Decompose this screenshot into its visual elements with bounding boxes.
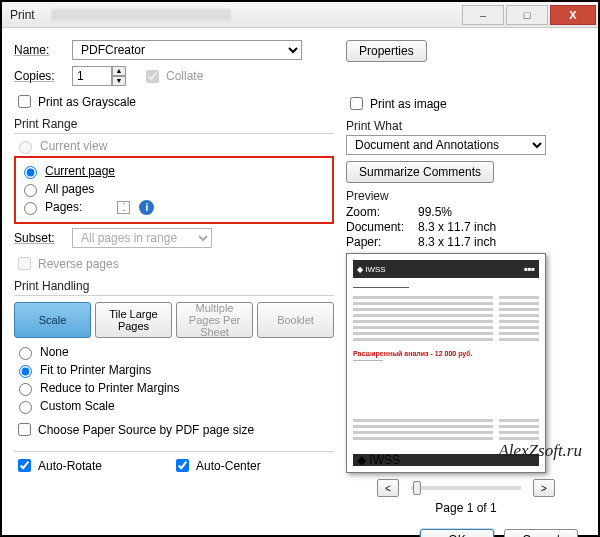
copies-input[interactable]	[72, 66, 112, 86]
auto-rotate-checkbox[interactable]: Auto-Rotate	[14, 456, 102, 475]
print-dialog: Print – □ X Name: PDFCreator Copies	[0, 0, 600, 537]
preview-doc-title: ———————	[353, 282, 539, 291]
paper-size-label: Paper:	[346, 235, 418, 249]
titlebar: Print – □ X	[2, 2, 598, 28]
summarize-comments-button[interactable]: Summarize Comments	[346, 161, 494, 183]
preview-label: Preview	[346, 189, 586, 203]
copies-up-icon[interactable]: ▲	[112, 66, 126, 76]
document-title-blurred	[51, 9, 231, 21]
preview-next-button[interactable]: >	[533, 479, 555, 497]
print-as-image-checkbox[interactable]: Print as image	[346, 94, 586, 113]
collate-checkbox: Collate	[142, 67, 203, 86]
cancel-button[interactable]: Cancel	[504, 529, 578, 537]
preview-prev-button[interactable]: <	[377, 479, 399, 497]
radio-pages[interactable]: Pages: i	[19, 199, 329, 215]
radio-all-pages[interactable]: All pages	[19, 181, 329, 197]
reverse-pages-checkbox: Reverse pages	[14, 254, 334, 273]
zoom-label: Zoom:	[346, 205, 418, 219]
paper-size-value: 8.3 x 11.7 inch	[418, 235, 496, 249]
minimize-button[interactable]: –	[462, 5, 504, 25]
subset-label: Subset:	[14, 231, 66, 245]
radio-current-view: Current view	[14, 138, 334, 154]
zoom-value: 99.5%	[418, 205, 452, 219]
copies-down-icon[interactable]: ▼	[112, 76, 126, 86]
window-title: Print	[10, 8, 35, 22]
tab-multiple[interactable]: Multiple Pages Per Sheet	[176, 302, 253, 338]
preview-footer-logo-icon: ◆ IWSS	[357, 453, 400, 467]
tab-booklet[interactable]: Booklet	[257, 302, 334, 338]
radio-custom-scale[interactable]: Custom Scale	[14, 398, 334, 414]
close-button[interactable]: X	[550, 5, 596, 25]
radio-current-page[interactable]: Current page	[19, 163, 329, 179]
ok-button[interactable]: OK	[420, 529, 494, 537]
print-what-label: Print What	[346, 119, 586, 133]
preview-subtext: —————	[353, 357, 539, 363]
subset-select: All pages in range	[72, 228, 212, 248]
preview-slider[interactable]	[411, 486, 521, 490]
print-what-select[interactable]: Document and Annotations	[346, 135, 546, 155]
copies-label: Copies:	[14, 69, 66, 83]
range-highlight-box: Current page All pages Pages: i	[14, 156, 334, 224]
print-range-label: Print Range	[14, 117, 334, 131]
preview-page-indicator: Page 1 of 1	[346, 501, 586, 515]
maximize-button[interactable]: □	[506, 5, 548, 25]
slider-thumb[interactable]	[413, 481, 421, 495]
paper-source-checkbox[interactable]: Choose Paper Source by PDF page size	[14, 420, 334, 439]
document-size-label: Document:	[346, 220, 418, 234]
properties-button[interactable]: Properties	[346, 40, 427, 62]
tab-scale[interactable]: Scale	[14, 302, 91, 338]
tab-tile[interactable]: Tile Large Pages	[95, 302, 172, 338]
printer-name-label: Name:	[14, 43, 66, 57]
pages-input[interactable]	[117, 201, 130, 214]
grayscale-checkbox[interactable]: Print as Grayscale	[14, 92, 334, 111]
copies-stepper[interactable]: ▲ ▼	[72, 66, 126, 86]
preview-logo-icon: ◆ IWSS	[357, 265, 386, 274]
preview-red-text: Расширенный анализ - 12 000 руб.	[353, 350, 539, 357]
preview-thumbnail: ◆ IWSS■■■ ———————	[346, 253, 546, 473]
info-icon[interactable]: i	[139, 200, 154, 215]
radio-fit[interactable]: Fit to Printer Margins	[14, 362, 334, 378]
document-size-value: 8.3 x 11.7 inch	[418, 220, 496, 234]
printer-name-select[interactable]: PDFCreator	[72, 40, 302, 60]
print-handling-label: Print Handling	[14, 279, 334, 293]
auto-center-checkbox[interactable]: Auto-Center	[172, 456, 261, 475]
radio-reduce[interactable]: Reduce to Printer Margins	[14, 380, 334, 396]
radio-none[interactable]: None	[14, 344, 334, 360]
